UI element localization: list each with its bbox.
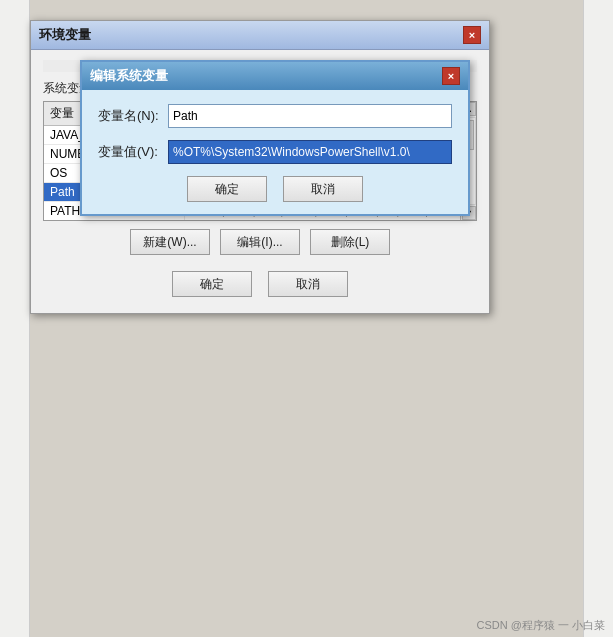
edit-cancel-button[interactable]: 取消: [283, 176, 363, 202]
var-name-row: 变量名(N):: [98, 104, 452, 128]
edit-button[interactable]: 编辑(I)...: [220, 229, 300, 255]
edit-dialog-close[interactable]: ×: [442, 67, 460, 85]
edit-ok-button[interactable]: 确定: [187, 176, 267, 202]
edit-dialog-titlebar: 编辑系统变量 ×: [82, 62, 468, 90]
sys-buttons: 新建(W)... 编辑(I)... 删除(L): [43, 229, 477, 255]
env-bottom-buttons: 确定 取消: [43, 271, 477, 297]
env-dialog-titlebar: 环境变量 ×: [31, 21, 489, 50]
bg-right-strip: [583, 0, 613, 637]
env-cancel-button[interactable]: 取消: [268, 271, 348, 297]
env-ok-button[interactable]: 确定: [172, 271, 252, 297]
bg-left-strip: [0, 0, 30, 637]
delete-button[interactable]: 删除(L): [310, 229, 390, 255]
var-value-row: 变量值(V):: [98, 140, 452, 164]
edit-dialog: 编辑系统变量 × 变量名(N): 变量值(V): 确定 取消: [80, 60, 470, 216]
env-dialog-title: 环境变量: [39, 26, 91, 44]
edit-dialog-content: 变量名(N): 变量值(V): 确定 取消: [82, 90, 468, 214]
new-button[interactable]: 新建(W)...: [130, 229, 210, 255]
var-value-label: 变量值(V):: [98, 143, 168, 161]
edit-buttons: 确定 取消: [98, 176, 452, 202]
watermark: CSDN @程序猿 一 小白菜: [476, 618, 605, 633]
edit-dialog-title: 编辑系统变量: [90, 67, 168, 85]
env-dialog-close[interactable]: ×: [463, 26, 481, 44]
var-name-label: 变量名(N):: [98, 107, 168, 125]
var-name-input[interactable]: [168, 104, 452, 128]
var-value-input[interactable]: [168, 140, 452, 164]
